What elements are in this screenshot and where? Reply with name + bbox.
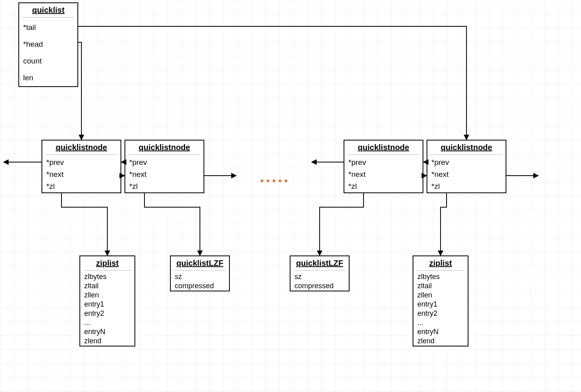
ziplist-field: zlbytes (80, 272, 134, 281)
quicklist-field-count: count (19, 53, 77, 69)
ziplist-title: ziplist (413, 256, 468, 270)
quicklist-field-len: len (19, 69, 77, 86)
node-field-prev: *prev (42, 156, 121, 168)
quicklist-field-tail: *tail (19, 19, 77, 36)
ziplist-field: entry2 (413, 309, 468, 318)
quicklist-field-head: *head (19, 36, 77, 53)
svg-point-2 (273, 180, 275, 182)
node-field-zl: *zl (42, 180, 121, 192)
node-field-prev: *prev (427, 156, 506, 168)
quicklistnode-1: quicklistnode *prev *next *zl (42, 140, 121, 193)
ziplist-field: ... (413, 318, 468, 327)
lzf-field: compressed (290, 281, 349, 291)
quicklist-struct: quicklist *tail *head count len (18, 2, 78, 87)
svg-point-0 (261, 180, 263, 182)
node-field-zl: *zl (427, 180, 506, 192)
ziplist-field: ... (80, 318, 134, 327)
node-field-prev: *prev (125, 156, 204, 168)
lzf-field: compressed (171, 281, 229, 291)
quicklistnode-title: quicklistnode (125, 141, 204, 154)
node-field-next: *next (125, 168, 204, 180)
ziplist-field: zlbytes (413, 272, 468, 281)
svg-point-4 (285, 180, 287, 182)
node-field-next: *next (427, 168, 506, 180)
quicklistnode-3: quicklistnode *prev *next *zl (344, 140, 423, 193)
quicklist-lzf-3: quicklistLZF sz compressed (290, 255, 350, 291)
node-field-prev: *prev (344, 156, 423, 168)
ziplist-field: zllen (413, 291, 468, 300)
ziplist-1: ziplist zlbytes zltail zllen entry1 entr… (79, 255, 135, 346)
ziplist-field: entry1 (413, 300, 468, 309)
quicklistnode-title: quicklistnode (427, 141, 506, 154)
ziplist-field: zltail (80, 281, 134, 291)
lzf-title: quicklistLZF (290, 256, 349, 270)
quicklistnode-title: quicklistnode (344, 141, 423, 154)
ziplist-title: ziplist (80, 256, 134, 270)
quicklistnode-2: quicklistnode *prev *next *zl (125, 140, 204, 193)
ziplist-field: zllen (80, 291, 134, 300)
ziplist-field: entry2 (80, 309, 134, 318)
svg-point-1 (267, 180, 269, 182)
quicklist-lzf-2: quicklistLZF sz compressed (170, 255, 230, 291)
quicklistnode-4: quicklistnode *prev *next *zl (427, 140, 506, 193)
node-field-next: *next (344, 168, 423, 180)
ziplist-4: ziplist zlbytes zltail zllen entry1 entr… (413, 255, 468, 346)
ziplist-field: zlend (80, 337, 134, 346)
ziplist-field: entryN (80, 327, 134, 337)
quicklist-title: quicklist (19, 3, 77, 17)
node-field-zl: *zl (125, 180, 204, 192)
lzf-field: sz (171, 272, 229, 281)
lzf-field: sz (290, 272, 349, 281)
quicklistnode-title: quicklistnode (42, 141, 121, 154)
node-field-zl: *zl (344, 180, 423, 192)
ziplist-field: entry1 (80, 300, 134, 309)
ziplist-field: entryN (413, 327, 468, 337)
node-field-next: *next (42, 168, 121, 180)
lzf-title: quicklistLZF (171, 256, 229, 270)
ziplist-field: zlend (413, 337, 468, 346)
svg-point-3 (279, 180, 281, 182)
ziplist-field: zltail (413, 281, 468, 291)
